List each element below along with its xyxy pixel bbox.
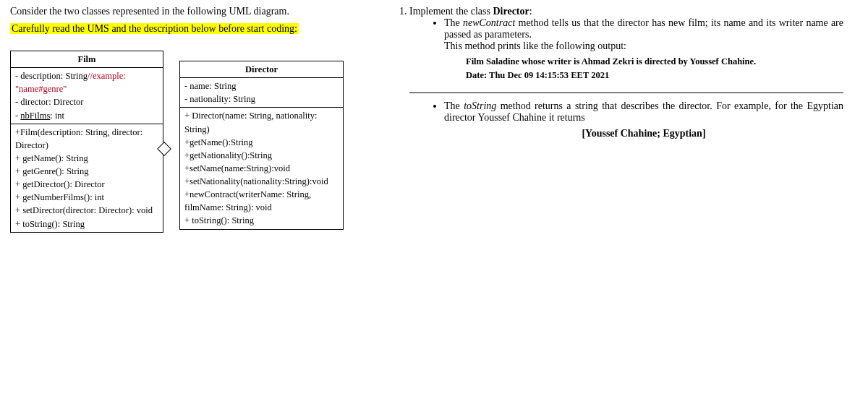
film-m5: + setDirector(director: Director): void xyxy=(15,204,158,217)
output-line1: Film Saladine whose writer is Ahmad Zekr… xyxy=(466,55,843,69)
question-list: Implement the class Director: The newCon… xyxy=(393,6,843,139)
bullet-tostring: The toString method returns a string tha… xyxy=(444,100,843,139)
director-attributes: - name: String - nationality: String xyxy=(180,78,343,107)
warning-highlight: Carefully read the UMS and the descripti… xyxy=(10,23,299,34)
question-1: Implement the class Director: The newCon… xyxy=(409,6,843,139)
director-title: Director xyxy=(180,61,343,78)
method-newcontract: newContract xyxy=(463,17,515,28)
q1-bullets-2: The toString method returns a string tha… xyxy=(409,100,843,139)
director-attr-name: - name: String xyxy=(184,79,339,92)
film-attr-example-value: "name#genre" xyxy=(15,84,67,94)
bullet-newcontract: The newContract method tells us that the… xyxy=(444,17,843,82)
director-m2: +getNationality():String xyxy=(184,149,339,162)
tostring-example: [Youssef Chahine; Egyptian] xyxy=(444,128,843,139)
film-attr-director: - director: Director xyxy=(15,95,158,108)
film-attr-nbfilms: - nbFilms: int xyxy=(15,109,158,122)
film-attr-example-label: //example: xyxy=(88,71,126,81)
intro-text: Consider the two classes represented in … xyxy=(10,6,365,17)
film-attributes: - description: String//example: "name#ge… xyxy=(11,68,163,124)
uml-class-director: Director - name: String - nationality: S… xyxy=(179,61,344,230)
director-ctor: + Director(name: String, nationality: St… xyxy=(184,109,339,135)
film-attr-description: - description: String xyxy=(15,71,88,81)
film-m6: + toString(): String xyxy=(15,218,158,231)
example-output: Film Saladine whose writer is Ahmad Zekr… xyxy=(466,55,843,82)
director-methods: + Director(name: String, nationality: St… xyxy=(180,107,343,228)
director-m6: + toString(): String xyxy=(184,214,339,227)
film-title: Film xyxy=(11,51,163,68)
bullet-newcontract-line2: This method prints like the following ou… xyxy=(444,40,843,52)
film-ctor: +Film(description: String, director: Dir… xyxy=(15,126,158,152)
director-m1: +getName():String xyxy=(184,136,339,149)
film-m3: + getDirector(): Director xyxy=(15,178,158,191)
method-tostring: toString xyxy=(464,100,496,111)
director-m4: +setNationality(nationality:String):void xyxy=(184,175,339,188)
director-m5: +newContract(writerName: String, filmNam… xyxy=(184,188,339,214)
director-attr-nat: - nationality: String xyxy=(184,92,339,106)
q1-colon: : xyxy=(529,6,532,17)
film-m2: + getGenre(): String xyxy=(15,165,158,178)
q1-classname: Director xyxy=(493,6,529,17)
q1-bullets: The newContract method tells us that the… xyxy=(409,17,843,82)
warning-line: Carefully read the UMS and the descripti… xyxy=(10,23,365,35)
film-m4: + getNumberFilms(): int xyxy=(15,191,158,204)
film-methods: +Film(description: String, director: Dir… xyxy=(11,124,163,232)
uml-class-film: Film - description: String//example: "na… xyxy=(10,51,163,233)
output-line2: Date: Thu Dec 09 14:15:53 EET 2021 xyxy=(466,69,843,82)
separator-line xyxy=(409,92,843,93)
film-m1: + getName(): String xyxy=(15,152,158,165)
uml-diagram-area: Film - description: String//example: "na… xyxy=(10,51,365,233)
right-column: Implement the class Director: The newCon… xyxy=(393,6,858,147)
left-column: Consider the two classes represented in … xyxy=(10,6,365,233)
director-m3: +setName(name:String):void xyxy=(184,162,339,175)
q1-lead: Implement the class xyxy=(409,6,493,17)
